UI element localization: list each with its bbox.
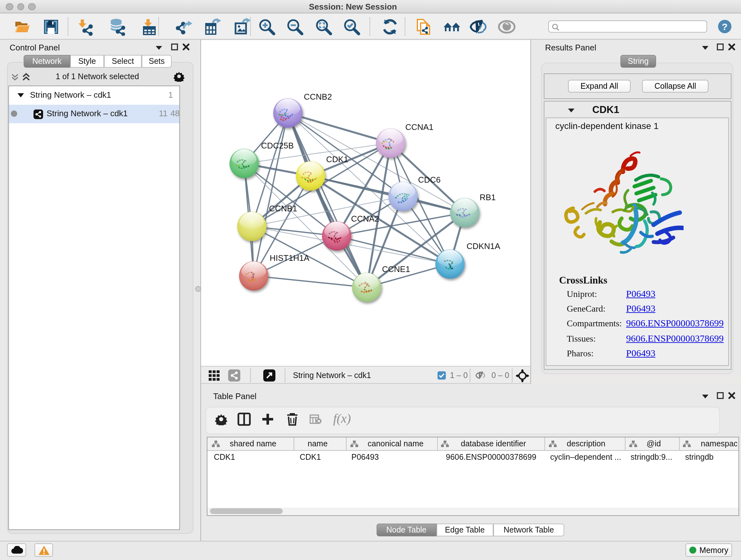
svg-text:CCNA2: CCNA2 — [351, 214, 379, 224]
svg-text:HIST1H1A: HIST1H1A — [270, 253, 310, 263]
svg-text:CCNA1: CCNA1 — [405, 122, 433, 132]
svg-text:CCNB2: CCNB2 — [304, 92, 332, 102]
svg-text:CDK1: CDK1 — [326, 154, 348, 164]
svg-text:CDKN1A: CDKN1A — [467, 241, 500, 251]
svg-text:CCNE1: CCNE1 — [382, 264, 410, 274]
svg-text:CDC6: CDC6 — [418, 175, 441, 185]
svg-text:CDC25B: CDC25B — [261, 141, 294, 150]
svg-text:CCNB1: CCNB1 — [269, 204, 297, 213]
svg-text:RB1: RB1 — [480, 192, 496, 202]
